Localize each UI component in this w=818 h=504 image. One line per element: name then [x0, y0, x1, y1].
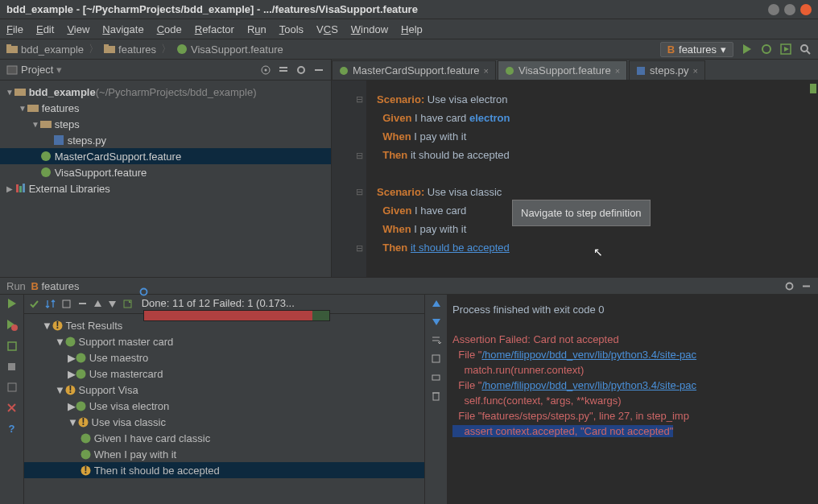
hide-panel-icon[interactable]	[313, 64, 324, 76]
menu-edit[interactable]: Edit	[36, 23, 54, 35]
fold-icon[interactable]: ⊟	[356, 147, 363, 165]
close-button[interactable]	[800, 4, 812, 15]
console-output[interactable]: Process finished with exit code 0 Assert…	[448, 295, 818, 504]
svg-rect-40	[63, 300, 70, 308]
run-left-toolbar: ?	[0, 295, 24, 504]
next-failed-icon[interactable]	[108, 300, 117, 308]
console-toolbar	[425, 295, 448, 504]
tree-node-features[interactable]: ▼ features	[0, 100, 331, 116]
svg-rect-15	[279, 70, 287, 72]
menu-tools[interactable]: Tools	[279, 23, 304, 35]
soft-wrap-icon[interactable]	[431, 335, 441, 345]
menu-view[interactable]: View	[67, 23, 89, 35]
file-link[interactable]: /home/filippov/bdd_venv/lib/python3.4/si…	[481, 379, 696, 391]
breadcrumb-file[interactable]: VisaSupport.feature	[176, 43, 283, 56]
coverage-button[interactable]	[780, 43, 791, 55]
collapse-all-icon[interactable]	[278, 64, 289, 76]
results-group[interactable]: ▼ Support master card	[24, 333, 424, 349]
gear-icon[interactable]	[784, 281, 795, 291]
project-tree[interactable]: ▼ bdd_example (~/PycharmProjects/bdd_exa…	[0, 81, 331, 277]
sort-icon[interactable]	[45, 299, 56, 309]
tree-node-root[interactable]: ▼ bdd_example (~/PycharmProjects/bdd_exa…	[0, 84, 331, 100]
svg-point-30	[787, 283, 793, 289]
dump-button[interactable]	[6, 382, 18, 395]
maximize-button[interactable]	[784, 4, 795, 15]
up-icon[interactable]	[432, 300, 441, 309]
results-group[interactable]: ▼! Support Visa	[24, 382, 424, 398]
export-icon[interactable]	[122, 299, 133, 309]
svg-rect-41	[79, 303, 86, 304]
folder-icon	[6, 43, 18, 55]
debug-button[interactable]	[761, 43, 772, 55]
help-icon[interactable]: ?	[9, 423, 15, 435]
tab-mastercard[interactable]: MasterCardSupport.feature×	[332, 60, 496, 80]
menu-navigate[interactable]: Navigate	[102, 23, 143, 35]
results-item[interactable]: ▼! Use visa classic	[24, 414, 424, 430]
warning-icon: !	[81, 465, 91, 476]
menu-vcs[interactable]: VCS	[316, 23, 338, 35]
file-link[interactable]: /home/filippov/bdd_venv/lib/python3.4/si…	[481, 349, 696, 361]
chevron-down-icon[interactable]: ▾	[56, 64, 62, 76]
error-stripe[interactable]	[810, 84, 816, 93]
tab-steps[interactable]: steps.py×	[629, 60, 705, 80]
close-icon[interactable]: ×	[484, 66, 489, 76]
menu-help[interactable]: Help	[401, 23, 423, 35]
menu-run[interactable]: Run	[247, 23, 266, 35]
code-editor[interactable]: ⊟ ⊟ ⊟ ⊟ Scenario: Use visa electron Give…	[332, 81, 818, 277]
svg-point-13	[265, 68, 267, 71]
minimize-button[interactable]	[768, 4, 779, 15]
collapse-all-icon[interactable]	[77, 299, 88, 309]
show-passed-icon[interactable]	[29, 299, 39, 309]
scroll-end-icon[interactable]	[431, 353, 441, 364]
results-step[interactable]: Given I have card classic	[24, 430, 424, 446]
tree-node-external[interactable]: ▶ External Libraries	[0, 180, 331, 196]
breadcrumb-features[interactable]: features	[104, 43, 156, 56]
tree-node-visa[interactable]: VisaSupport.feature	[0, 164, 331, 180]
down-icon[interactable]	[432, 317, 441, 327]
svg-point-54	[76, 401, 86, 411]
close-icon[interactable]: ×	[693, 66, 698, 76]
run-label: Run	[6, 280, 26, 292]
tree-node-mastercard[interactable]: MasterCardSupport.feature	[0, 148, 331, 164]
hide-panel-icon[interactable]	[801, 281, 812, 291]
results-item[interactable]: ▶ Use visa electron	[24, 398, 424, 414]
menu-window[interactable]: Window	[351, 23, 388, 35]
run-button[interactable]	[742, 43, 753, 55]
step-link[interactable]: it should be accepted	[411, 242, 510, 254]
gear-icon[interactable]	[295, 64, 307, 76]
tree-node-steps[interactable]: ▼ steps	[0, 116, 331, 132]
toggle-autotest-button[interactable]	[6, 341, 18, 354]
search-button[interactable]	[799, 43, 812, 56]
svg-rect-26	[23, 184, 25, 192]
svg-point-23	[41, 167, 51, 177]
clear-icon[interactable]	[431, 390, 441, 401]
svg-rect-37	[8, 383, 16, 391]
fold-icon[interactable]: ⊟	[356, 239, 363, 258]
run-configuration-dropdown[interactable]: B features ▾	[660, 42, 733, 57]
gear-icon[interactable]	[138, 287, 419, 297]
results-step-failed[interactable]: ! Then it should be accepted	[24, 462, 424, 478]
rerun-failed-button[interactable]	[6, 319, 18, 333]
close-icon[interactable]: ×	[615, 66, 620, 76]
results-item[interactable]: ▶ Use maestro	[24, 349, 424, 366]
tab-visa[interactable]: VisaSupport.feature×	[498, 60, 627, 80]
prev-failed-icon[interactable]	[93, 300, 102, 308]
feature-file-icon	[40, 167, 52, 178]
results-step[interactable]: When I pay with it	[24, 446, 424, 462]
menu-file[interactable]: File	[6, 23, 23, 35]
scroll-from-source-icon[interactable]	[260, 64, 271, 76]
fold-icon[interactable]: ⊟	[356, 90, 363, 109]
results-tree[interactable]: ▼! Test Results ▼ Support master card ▶ …	[24, 314, 424, 504]
results-root[interactable]: ▼! Test Results	[24, 317, 424, 333]
stop-button[interactable]	[6, 361, 17, 374]
tree-node-stepsfile[interactable]: steps.py	[0, 132, 331, 148]
print-icon[interactable]	[431, 372, 441, 382]
close-icon[interactable]	[6, 403, 17, 415]
expand-all-icon[interactable]	[61, 299, 72, 309]
breadcrumb-root[interactable]: bdd_example	[6, 43, 84, 56]
menu-refactor[interactable]: Refactor	[195, 23, 234, 35]
menu-code[interactable]: Code	[157, 23, 182, 35]
rerun-button[interactable]	[6, 298, 18, 312]
results-item[interactable]: ▶ Use mastercard	[24, 366, 424, 382]
fold-icon[interactable]: ⊟	[356, 183, 363, 201]
